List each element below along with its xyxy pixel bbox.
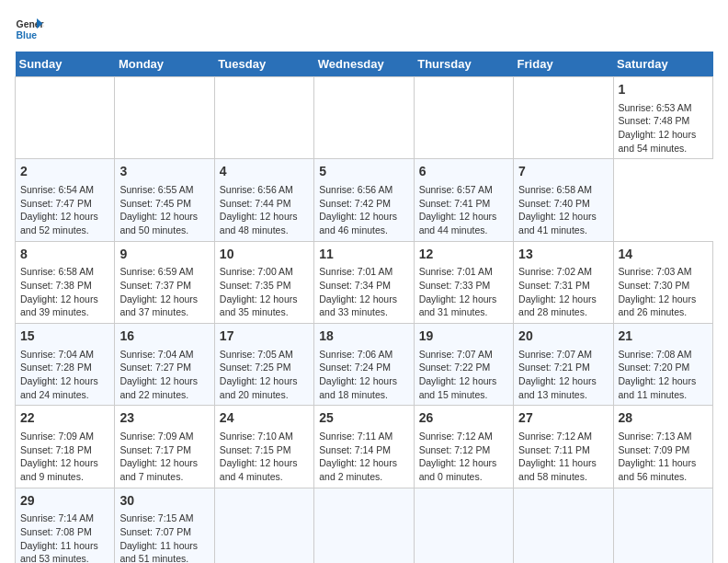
- empty-cell: [115, 77, 214, 159]
- sunset-text: Sunset: 7:25 PM: [220, 361, 309, 374]
- empty-cell: [214, 77, 313, 159]
- daylight-text: Daylight: 12 hours and 41 minutes.: [518, 210, 608, 236]
- day-number: 11: [319, 246, 408, 264]
- sunrise-text: Sunrise: 7:00 AM: [220, 265, 309, 279]
- daylight-text: Daylight: 12 hours and 48 minutes.: [220, 210, 309, 236]
- day-cell-8: 8Sunrise: 6:58 AMSunset: 7:38 PMDaylight…: [16, 241, 115, 323]
- sunset-text: Sunset: 7:41 PM: [419, 197, 508, 211]
- sunset-text: Sunset: 7:15 PM: [220, 443, 309, 457]
- daylight-text: Daylight: 12 hours and 39 minutes.: [20, 293, 109, 319]
- sunset-text: Sunset: 7:28 PM: [20, 361, 109, 374]
- calendar-table: SundayMondayTuesdayWednesdayThursdayFrid…: [15, 52, 713, 563]
- day-cell-20: 20Sunrise: 7:07 AMSunset: 7:21 PMDayligh…: [514, 324, 613, 406]
- day-header-saturday: Saturday: [613, 52, 712, 77]
- calendar-week-3: 8Sunrise: 6:58 AMSunset: 7:38 PMDaylight…: [16, 241, 713, 323]
- header-row: SundayMondayTuesdayWednesdayThursdayFrid…: [16, 52, 713, 77]
- empty-cell: [613, 488, 712, 563]
- sunset-text: Sunset: 7:48 PM: [619, 114, 708, 128]
- daylight-text: Daylight: 12 hours and 22 minutes.: [119, 374, 209, 401]
- sunrise-text: Sunrise: 7:11 AM: [319, 430, 408, 443]
- daylight-text: Daylight: 12 hours and 50 minutes.: [119, 210, 209, 236]
- day-cell-18: 18Sunrise: 7:06 AMSunset: 7:24 PMDayligh…: [314, 324, 414, 406]
- sunrise-text: Sunrise: 7:03 AM: [619, 265, 708, 279]
- day-header-wednesday: Wednesday: [314, 52, 414, 77]
- day-cell-13: 13Sunrise: 7:02 AMSunset: 7:31 PMDayligh…: [514, 241, 613, 323]
- day-number: 16: [119, 327, 209, 346]
- sunrise-text: Sunrise: 7:13 AM: [619, 430, 708, 443]
- sunset-text: Sunset: 7:18 PM: [20, 443, 109, 457]
- daylight-text: Daylight: 12 hours and 37 minutes.: [119, 293, 209, 319]
- sunrise-text: Sunrise: 7:14 AM: [20, 511, 109, 525]
- sunrise-text: Sunrise: 7:01 AM: [419, 265, 508, 279]
- day-number: 27: [518, 409, 608, 428]
- sunrise-text: Sunrise: 6:55 AM: [119, 183, 209, 197]
- daylight-text: Daylight: 12 hours and 46 minutes.: [319, 210, 408, 236]
- sunset-text: Sunset: 7:30 PM: [619, 279, 708, 293]
- sunrise-text: Sunrise: 7:12 AM: [518, 430, 608, 443]
- daylight-text: Daylight: 12 hours and 54 minutes.: [619, 128, 708, 155]
- sunset-text: Sunset: 7:42 PM: [319, 197, 408, 211]
- day-number: 26: [419, 409, 508, 428]
- sunset-text: Sunset: 7:21 PM: [518, 361, 608, 374]
- day-cell-14: 14Sunrise: 7:03 AMSunset: 7:30 PMDayligh…: [613, 241, 712, 323]
- sunrise-text: Sunrise: 6:53 AM: [619, 101, 708, 115]
- day-number: 4: [220, 163, 309, 181]
- day-cell-5: 5Sunrise: 6:56 AMSunset: 7:42 PMDaylight…: [314, 159, 414, 241]
- sunrise-text: Sunrise: 6:58 AM: [518, 183, 608, 197]
- day-cell-11: 11Sunrise: 7:01 AMSunset: 7:34 PMDayligh…: [314, 241, 414, 323]
- day-cell-26: 26Sunrise: 7:12 AMSunset: 7:12 PMDayligh…: [414, 406, 513, 488]
- sunrise-text: Sunrise: 6:56 AM: [220, 183, 309, 197]
- daylight-text: Daylight: 12 hours and 7 minutes.: [119, 456, 209, 483]
- logo: General Blue: [15, 15, 44, 44]
- empty-cell: [414, 488, 513, 563]
- sunrise-text: Sunrise: 7:02 AM: [518, 265, 608, 279]
- sunrise-text: Sunrise: 6:57 AM: [419, 183, 508, 197]
- sunset-text: Sunset: 7:09 PM: [619, 443, 708, 457]
- day-number: 14: [619, 246, 708, 264]
- daylight-text: Daylight: 12 hours and 18 minutes.: [319, 374, 408, 401]
- sunset-text: Sunset: 7:35 PM: [220, 279, 309, 293]
- day-header-tuesday: Tuesday: [214, 52, 313, 77]
- daylight-text: Daylight: 12 hours and 13 minutes.: [518, 374, 608, 401]
- day-number: 19: [419, 327, 508, 346]
- daylight-text: Daylight: 12 hours and 26 minutes.: [619, 293, 708, 319]
- day-cell-7: 7Sunrise: 6:58 AMSunset: 7:40 PMDaylight…: [514, 159, 613, 241]
- day-cell-1: 1Sunrise: 6:53 AMSunset: 7:48 PMDaylight…: [613, 77, 712, 159]
- daylight-text: Daylight: 11 hours and 56 minutes.: [619, 456, 708, 483]
- day-number: 21: [619, 327, 708, 346]
- daylight-text: Daylight: 11 hours and 53 minutes.: [20, 539, 109, 563]
- day-cell-10: 10Sunrise: 7:00 AMSunset: 7:35 PMDayligh…: [214, 241, 313, 323]
- sunrise-text: Sunrise: 6:59 AM: [119, 265, 209, 279]
- day-cell-2: 2Sunrise: 6:54 AMSunset: 7:47 PMDaylight…: [16, 159, 115, 241]
- day-number: 30: [119, 492, 209, 511]
- empty-cell: [314, 77, 414, 159]
- day-number: 20: [518, 327, 608, 346]
- sunrise-text: Sunrise: 7:07 AM: [518, 348, 608, 362]
- day-header-sunday: Sunday: [16, 52, 115, 77]
- sunrise-text: Sunrise: 7:10 AM: [220, 430, 309, 443]
- sunrise-text: Sunrise: 7:07 AM: [419, 348, 508, 362]
- empty-cell: [414, 77, 513, 159]
- day-cell-9: 9Sunrise: 6:59 AMSunset: 7:37 PMDaylight…: [115, 241, 214, 323]
- day-number: 8: [20, 246, 109, 264]
- day-number: 24: [220, 409, 309, 428]
- daylight-text: Daylight: 12 hours and 31 minutes.: [419, 293, 508, 319]
- sunset-text: Sunset: 7:08 PM: [20, 525, 109, 539]
- sunset-text: Sunset: 7:11 PM: [518, 443, 608, 457]
- sunrise-text: Sunrise: 7:04 AM: [119, 348, 209, 362]
- daylight-text: Daylight: 12 hours and 44 minutes.: [419, 210, 508, 236]
- logo-icon: General Blue: [15, 15, 44, 44]
- sunrise-text: Sunrise: 7:08 AM: [619, 348, 708, 362]
- day-cell-24: 24Sunrise: 7:10 AMSunset: 7:15 PMDayligh…: [214, 406, 313, 488]
- daylight-text: Daylight: 12 hours and 33 minutes.: [319, 293, 408, 319]
- day-cell-21: 21Sunrise: 7:08 AMSunset: 7:20 PMDayligh…: [613, 324, 712, 406]
- sunrise-text: Sunrise: 6:54 AM: [20, 183, 109, 197]
- daylight-text: Daylight: 12 hours and 35 minutes.: [220, 293, 309, 319]
- page-header: General Blue: [15, 15, 713, 44]
- sunset-text: Sunset: 7:31 PM: [518, 279, 608, 293]
- day-cell-22: 22Sunrise: 7:09 AMSunset: 7:18 PMDayligh…: [16, 406, 115, 488]
- sunset-text: Sunset: 7:45 PM: [119, 197, 209, 211]
- sunrise-text: Sunrise: 7:09 AM: [119, 430, 209, 443]
- calendar-week-1: 1Sunrise: 6:53 AMSunset: 7:48 PMDaylight…: [16, 77, 713, 159]
- sunset-text: Sunset: 7:33 PM: [419, 279, 508, 293]
